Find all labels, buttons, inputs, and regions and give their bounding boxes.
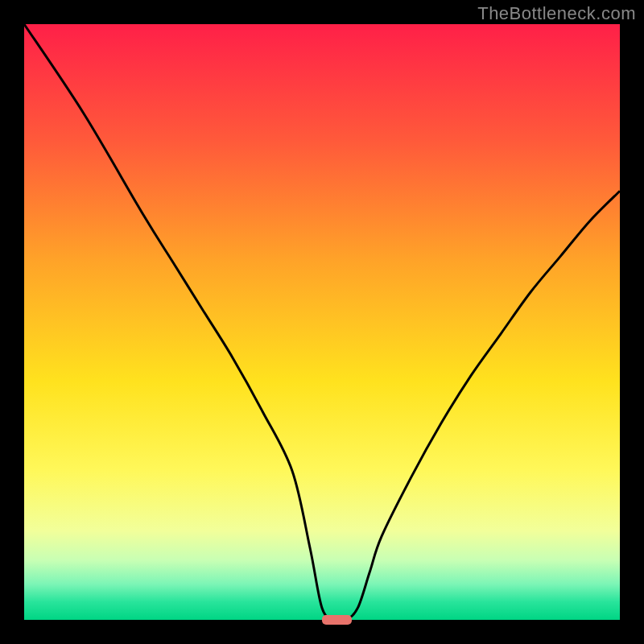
plot-background	[24, 24, 620, 620]
chart-container: TheBottleneck.com	[0, 0, 644, 644]
bottleneck-chart	[0, 0, 644, 644]
bottleneck-marker	[322, 615, 352, 625]
watermark-text: TheBottleneck.com	[477, 3, 636, 24]
